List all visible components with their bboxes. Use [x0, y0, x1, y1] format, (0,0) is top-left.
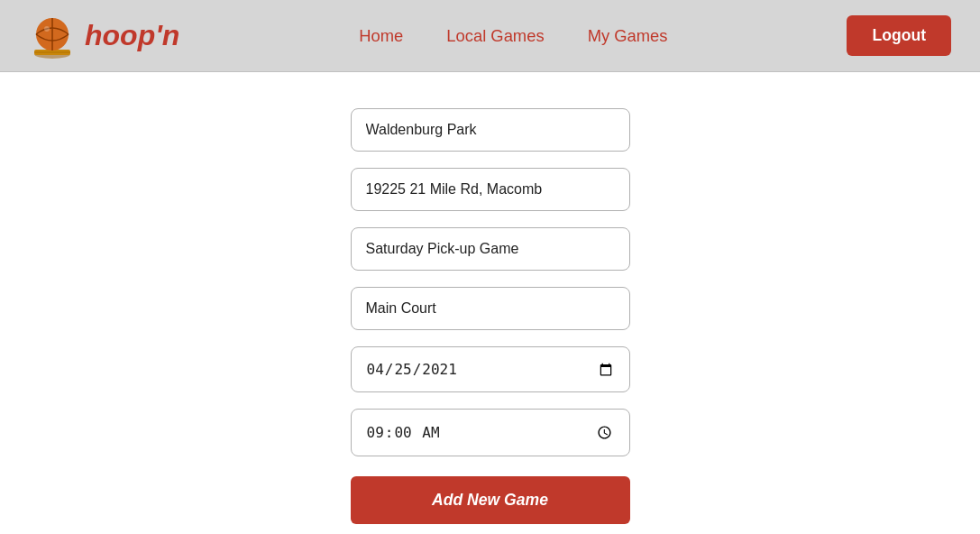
nav-local-games[interactable]: Local Games: [446, 26, 544, 46]
park-name-input[interactable]: [351, 108, 630, 152]
add-game-button[interactable]: Add New Game: [351, 476, 630, 524]
court-input[interactable]: [351, 287, 630, 330]
svg-point-5: [44, 26, 50, 32]
date-input[interactable]: [351, 346, 630, 392]
header: hoop'n Home Local Games My Games Logout: [0, 0, 980, 72]
basketball-icon: [29, 13, 76, 60]
logout-button[interactable]: Logout: [847, 15, 951, 56]
main-nav: Home Local Games My Games: [179, 26, 847, 46]
address-input[interactable]: [351, 168, 630, 211]
logo-text: hoop'n: [85, 19, 179, 52]
logo-area: hoop'n: [29, 13, 179, 60]
nav-home[interactable]: Home: [359, 26, 403, 46]
game-name-input[interactable]: [351, 227, 630, 271]
main-content: Add New Game: [0, 72, 980, 534]
game-form: Add New Game: [351, 108, 630, 524]
nav-my-games[interactable]: My Games: [588, 26, 668, 46]
time-input[interactable]: [351, 409, 630, 456]
